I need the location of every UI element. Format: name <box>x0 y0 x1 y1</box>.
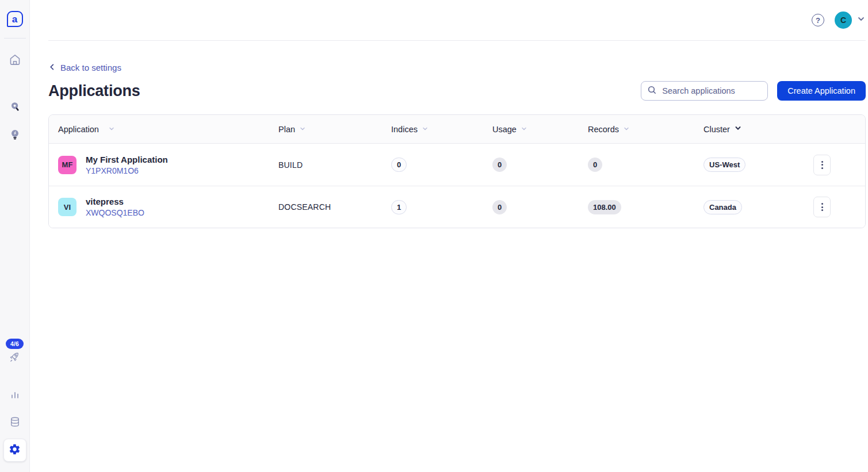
lightbulb-bolt-icon <box>8 128 22 143</box>
chevron-down-icon <box>856 14 866 26</box>
search-icon <box>647 85 657 97</box>
sidebar-item-analytics[interactable] <box>3 383 26 406</box>
create-application-button[interactable]: Create Application <box>777 81 866 101</box>
home-icon <box>8 53 22 68</box>
column-header-indices[interactable]: Indices <box>391 125 492 134</box>
sidebar-item-onboarding[interactable] <box>3 348 26 367</box>
app-avatar: VI <box>58 198 77 216</box>
database-icon <box>9 416 21 430</box>
table-row[interactable]: VI vitepress XWQOSQ1EBO DOCSEARCH 1 0 10… <box>49 186 865 228</box>
sort-chevron-icon <box>623 125 630 134</box>
page-title: Applications <box>48 82 140 100</box>
app-name-link[interactable]: vitepress <box>86 197 144 206</box>
column-header-records[interactable]: Records <box>588 125 703 134</box>
table-header-row: Application Plan Indices Usage Records <box>49 115 865 144</box>
gear-icon <box>9 443 21 457</box>
algolia-logo[interactable]: a <box>7 0 23 38</box>
cluster-badge: US-West <box>703 158 745 172</box>
indices-badge: 0 <box>391 158 407 172</box>
column-label: Records <box>588 125 619 134</box>
row-actions-menu-button[interactable] <box>813 197 831 217</box>
table-row[interactable]: MF My First Application Y1PXR0M1O6 BUILD… <box>49 144 865 186</box>
plan-value: BUILD <box>278 160 303 170</box>
sidebar-item-recommend[interactable] <box>3 124 26 147</box>
bar-chart-icon <box>9 388 21 402</box>
records-badge: 108.00 <box>588 200 621 214</box>
search-filled-icon <box>8 100 22 116</box>
sidebar-item-data[interactable] <box>3 411 26 434</box>
sidebar-item-settings[interactable] <box>3 439 26 462</box>
sort-chevron-active-icon <box>734 124 742 134</box>
usage-badge: 0 <box>492 158 507 172</box>
avatar[interactable]: C <box>835 11 852 29</box>
help-icon[interactable]: ? <box>812 14 824 26</box>
cluster-badge: Canada <box>703 200 742 214</box>
sort-chevron-icon <box>299 125 306 134</box>
column-label: Application <box>58 125 99 134</box>
sort-chevron-icon <box>108 125 115 134</box>
column-header-cluster[interactable]: Cluster <box>703 124 813 134</box>
row-actions-menu-button[interactable] <box>813 155 831 175</box>
column-label: Cluster <box>703 125 730 134</box>
sidebar-item-home[interactable] <box>3 49 26 72</box>
column-label: Indices <box>391 125 418 134</box>
indices-badge: 1 <box>391 200 407 214</box>
back-to-settings-link[interactable]: Back to settings <box>48 63 121 72</box>
applications-table: Application Plan Indices Usage Records <box>48 114 866 228</box>
user-menu[interactable]: C <box>835 11 866 29</box>
column-header-application[interactable]: Application <box>58 125 278 134</box>
app-name-link[interactable]: My First Application <box>86 155 168 164</box>
algolia-logo-icon: a <box>7 11 23 27</box>
rocket-icon <box>9 351 21 365</box>
sort-chevron-icon <box>422 125 429 134</box>
chevron-left-icon <box>48 63 56 72</box>
sidebar-item-search[interactable] <box>3 96 26 119</box>
sidebar: a <box>0 0 30 472</box>
search-applications-box[interactable] <box>641 81 768 101</box>
topbar: ? C <box>30 0 868 40</box>
main-area: ? C Back to settings Applications <box>30 0 868 472</box>
app-avatar: MF <box>58 156 77 174</box>
sort-chevron-icon <box>521 125 527 134</box>
app-id-link[interactable]: XWQOSQ1EBO <box>86 208 144 217</box>
records-badge: 0 <box>588 158 602 172</box>
column-label: Usage <box>492 125 517 134</box>
app-id-link[interactable]: Y1PXR0M1O6 <box>86 166 168 175</box>
column-header-usage[interactable]: Usage <box>492 125 588 134</box>
search-applications-input[interactable] <box>662 86 770 95</box>
back-link-label: Back to settings <box>60 63 121 72</box>
plan-value: DOCSEARCH <box>278 202 331 212</box>
usage-badge: 0 <box>492 200 507 214</box>
column-header-plan[interactable]: Plan <box>278 125 391 134</box>
column-label: Plan <box>278 125 295 134</box>
